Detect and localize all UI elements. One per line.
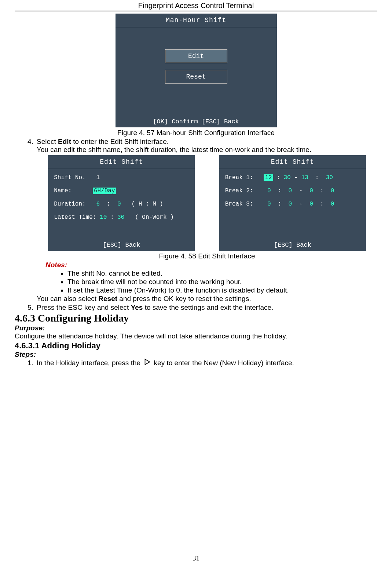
reset-button[interactable]: Reset [165, 70, 227, 84]
header-title: Fingerprint Access Control Terminal [138, 1, 254, 10]
figure-caption-57: Figure 4. 57 Man-hour Shift Configuratio… [15, 129, 377, 137]
step-5: Press the ESC key and select Yes to save… [35, 304, 377, 312]
step4-line2: You can edit the shift name, the shift d… [37, 146, 377, 154]
edit-shift-left-panel: Edit Shift Shift No. 1 Name: 6H/Day Dura… [48, 155, 195, 251]
page-header: Fingerprint Access Control Terminal [15, 0, 377, 11]
note-2: The break time will not be counted into … [67, 278, 377, 286]
edit-shift-right-panel: Edit Shift Break 1: 12 : 30 - 13 : 30 Br… [219, 155, 366, 251]
break2-end-h[interactable]: 0 [309, 188, 313, 194]
figure-caption-58: Figure 4. 58 Edit Shift Interface [37, 252, 377, 260]
latest-m[interactable]: 30 [117, 214, 124, 221]
step4-bold: Edit [58, 138, 71, 145]
notes-label: Notes: [45, 261, 377, 269]
duration-h[interactable]: 6 [96, 201, 100, 207]
purpose-text: Configure the attendance holiday. The de… [15, 332, 377, 340]
break2-start-m[interactable]: 0 [289, 188, 292, 194]
name-row: Name: 6H/Day [54, 188, 189, 194]
break1-end-m[interactable]: 30 [326, 174, 333, 181]
svg-marker-0 [145, 359, 150, 365]
notes-list: The shift No. cannot be edited. The brea… [37, 269, 377, 294]
purpose-label: Purpose: [15, 324, 377, 332]
duration-row: Duration: 6 : 0 ( H : M ) [54, 201, 189, 207]
break1-start-h[interactable]: 12 [264, 174, 273, 181]
step4-text-a: Select [37, 138, 58, 145]
shift-no-row: Shift No. 1 [54, 174, 189, 181]
break1-end-h[interactable]: 13 [301, 174, 308, 181]
section-4-6-3-title: 4.6.3 Configuring Holiday [15, 312, 377, 324]
break3-start-m[interactable]: 0 [289, 201, 292, 207]
break1-row: Break 1: 12 : 30 - 13 : 30 [225, 174, 360, 181]
right-arrow-icon [143, 358, 151, 367]
break1-start-m[interactable]: 30 [283, 174, 290, 181]
screen-title-right: Edit Shift [219, 155, 366, 169]
duration-m[interactable]: 0 [117, 201, 121, 207]
latest-h[interactable]: 10 [100, 214, 107, 221]
break2-row: Break 2: 0 : 0 - 0 : 0 [225, 188, 360, 194]
break3-start-h[interactable]: 0 [267, 201, 271, 207]
break3-row: Break 3: 0 : 0 - 0 : 0 [225, 201, 360, 207]
break3-end-h[interactable]: 0 [309, 201, 313, 207]
screen-title: Man-Hour Shift [116, 14, 277, 28]
page-number: 31 [15, 554, 377, 562]
section-4-6-3-1-title: 4.6.3.1 Adding Holiday [15, 341, 377, 351]
break3-end-m[interactable]: 0 [331, 201, 334, 207]
screen-footer: [OK] Confirm [ESC] Back [116, 116, 277, 127]
step-4: Select Edit to enter the Edit Shift inte… [35, 138, 377, 303]
screen-footer-left: [ESC] Back [48, 239, 195, 251]
man-hour-shift-screen: Man-Hour Shift Edit Reset [OK] Confirm [… [116, 14, 277, 127]
note-1: The shift No. cannot be edited. [67, 269, 377, 277]
break2-start-h[interactable]: 0 [267, 188, 271, 194]
step4-text-b: to enter the Edit Shift interface. [71, 138, 169, 145]
reset-line: You can also select Reset and press the … [37, 295, 377, 303]
note-3: If set the Latest Time (On-Work) to 0, t… [67, 286, 377, 294]
screen-title-left: Edit Shift [48, 155, 195, 169]
latest-row: Latest Time: 10 : 30 ( On-Work ) [54, 214, 189, 221]
steps-label: Steps: [15, 351, 377, 359]
name-value[interactable]: 6H/Day [93, 188, 116, 194]
edit-button[interactable]: Edit [165, 49, 227, 63]
break2-end-m[interactable]: 0 [331, 188, 334, 194]
screen-footer-right: [ESC] Back [219, 239, 366, 251]
edit-shift-figure: Edit Shift Shift No. 1 Name: 6H/Day Dura… [37, 155, 377, 251]
holiday-step-1: In the Holiday interface, press the key … [35, 359, 377, 368]
